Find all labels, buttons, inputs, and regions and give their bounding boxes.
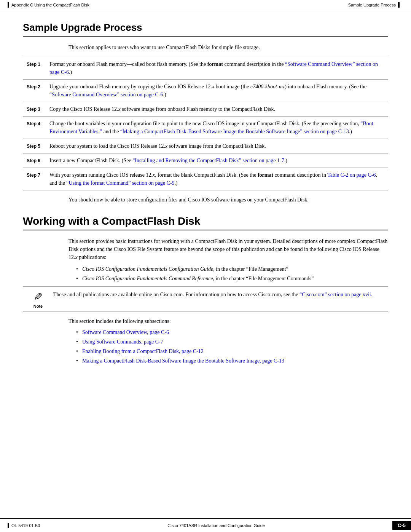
list-item: Software Command Overview, page C-6 (76, 328, 388, 336)
step-number: Step 4 (27, 121, 40, 126)
page-footer: OL-5419-01 B0 Cisco 7401ASR Installation… (0, 518, 411, 532)
header-right-bar (398, 2, 400, 8)
table-row: Step 2Upgrade your onboard Flash memory … (23, 80, 388, 102)
step-content: Insert a new CompactFlash Disk. (See “In… (46, 153, 388, 168)
section1-intro: This section applies to users who want t… (68, 43, 388, 51)
list-item: Making a CompactFlash Disk-Based Softwar… (76, 357, 388, 365)
subsections-intro: This section includes the following subs… (68, 317, 388, 325)
footer-left-bar (8, 523, 9, 528)
page: Appendix C Using the CompactFlash Disk S… (0, 0, 411, 532)
step-number: Step 7 (27, 173, 40, 178)
step-content: Reboot your system to load the Cisco IOS… (46, 139, 388, 153)
section2-bullets: Cisco IOS Configuration Fundamentals Con… (76, 265, 388, 283)
steps-table: Step 1Format your onboard Flash memory—c… (23, 57, 388, 190)
table-row: Step 5Reboot your system to load the Cis… (23, 139, 388, 153)
step-number: Step 2 (27, 84, 40, 89)
table-row: Step 6Insert a new CompactFlash Disk. (S… (23, 153, 388, 168)
step-label: Step 1 (23, 57, 46, 80)
page-header: Appendix C Using the CompactFlash Disk S… (0, 0, 411, 10)
note-content: These and all publications are available… (53, 290, 388, 299)
step-number: Step 3 (27, 107, 40, 112)
header-right-text: Sample Upgrade Process (348, 3, 396, 7)
subsection-links-list: Software Command Overview, page C-6Using… (76, 328, 388, 365)
step-label: Step 2 (23, 80, 46, 102)
section1-heading: Sample Upgrade Process (23, 22, 388, 37)
step-label: Step 4 (23, 117, 46, 139)
note-pencil-icon: ✎ (34, 291, 43, 303)
list-item: Using Software Commands, page C-7 (76, 338, 388, 346)
header-left-bar (8, 2, 9, 8)
section1-closing: You should now be able to store configur… (68, 196, 388, 204)
header-left: Appendix C Using the CompactFlash Disk (8, 2, 89, 8)
step-content: Change the boot variables in your config… (46, 117, 388, 139)
note-label: Note (33, 304, 43, 308)
header-right: Sample Upgrade Process (348, 2, 400, 8)
footer-doc-number: OL-5419-01 B0 (11, 523, 40, 528)
table-row: Step 4Change the boot variables in your … (23, 117, 388, 139)
section2-intro: This section provides basic instructions… (68, 237, 388, 261)
table-row: Step 1Format your onboard Flash memory—c… (23, 57, 388, 80)
step-content: Format your onboard Flash memory—called … (46, 57, 388, 80)
step-label: Step 7 (23, 168, 46, 190)
list-item: Cisco IOS Configuration Fundamentals Con… (76, 265, 388, 273)
footer-center: Cisco 7401ASR Installation and Configura… (40, 523, 392, 528)
step-number: Step 5 (27, 144, 40, 149)
table-row: Step 7With your system running Cisco IOS… (23, 168, 388, 190)
step-content: Upgrade your onboard Flash memory by cop… (46, 80, 388, 102)
section2-heading: Working with a CompactFlash Disk (23, 215, 388, 230)
step-number: Step 1 (27, 62, 40, 67)
list-item: Cisco IOS Configuration Fundamentals Com… (76, 275, 388, 283)
step-label: Step 5 (23, 139, 46, 153)
note-icon-area: ✎ Note (23, 290, 53, 308)
list-item: Enabling Booting from a CompactFlash Dis… (76, 347, 388, 355)
step-label: Step 6 (23, 153, 46, 168)
main-content: Sample Upgrade Process This section appl… (0, 10, 411, 399)
header-left-text: Appendix C Using the CompactFlash Disk (11, 3, 89, 7)
step-content: With your system running Cisco IOS relea… (46, 168, 388, 190)
footer-left: OL-5419-01 B0 (8, 523, 40, 528)
step-number: Step 6 (27, 158, 40, 163)
page-number: C-5 (392, 521, 411, 530)
step-content: Copy the Cisco IOS Release 12.x software… (46, 102, 388, 117)
table-row: Step 3Copy the Cisco IOS Release 12.x so… (23, 102, 388, 117)
note-box: ✎ Note These and all publications are av… (23, 286, 388, 312)
step-label: Step 3 (23, 102, 46, 117)
